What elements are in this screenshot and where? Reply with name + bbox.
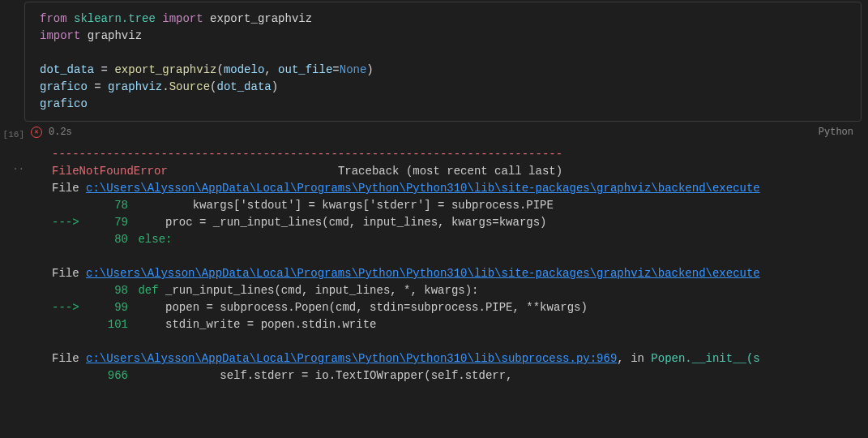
- cell-output-indicator: ..: [0, 142, 24, 174]
- code-cell[interactable]: from sklearn.tree import export_graphviz…: [24, 2, 862, 122]
- error-icon: ✕: [31, 127, 42, 138]
- traceback-file-link[interactable]: c:\Users\Alysson\AppData\Local\Programs\…: [86, 267, 760, 280]
- traceback-file-link[interactable]: c:\Users\Alysson\AppData\Local\Programs\…: [86, 352, 617, 365]
- cell-status-bar: ✕ 0.2s Python: [24, 123, 868, 141]
- traceback: ----------------------------------------…: [52, 146, 868, 384]
- exception-name: FileNotFoundError: [52, 165, 168, 178]
- cell-output: ----------------------------------------…: [24, 141, 868, 384]
- cell-execution-count: [16]: [0, 0, 24, 142]
- execution-time: 0.2s: [49, 125, 72, 140]
- code-content[interactable]: from sklearn.tree import export_graphviz…: [40, 11, 846, 113]
- traceback-file-link[interactable]: c:\Users\Alysson\AppData\Local\Programs\…: [86, 182, 760, 195]
- cell-language-label[interactable]: Python: [819, 125, 862, 140]
